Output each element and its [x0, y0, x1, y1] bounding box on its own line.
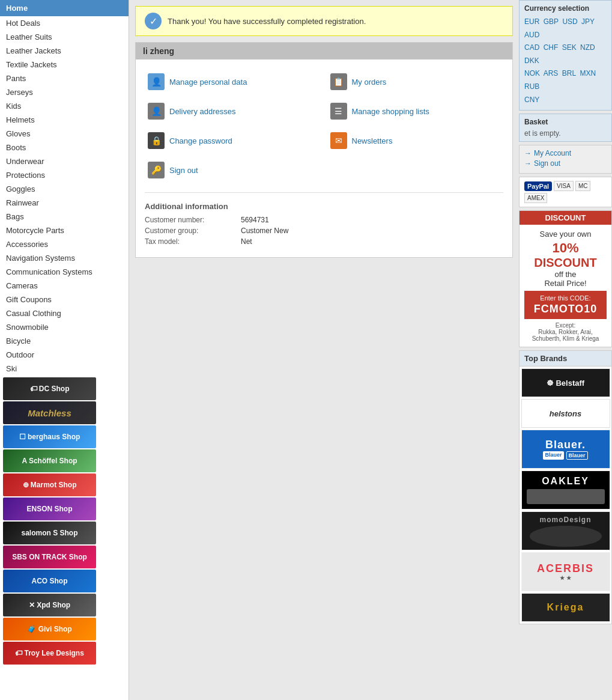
sidebar-item-pants[interactable]: Pants	[0, 72, 129, 85]
sidebar-item-snowmobile[interactable]: Snowmobile	[0, 320, 129, 334]
brand-banner-xpd[interactable]: ✕ Xpd Shop	[3, 594, 96, 616]
currency-eur[interactable]: EUR	[524, 17, 539, 26]
address-icon: 👤	[148, 103, 165, 120]
sidebar-item-helmets[interactable]: Helmets	[0, 113, 129, 127]
currency-sek[interactable]: SEK	[562, 43, 577, 52]
currency-nzd[interactable]: NZD	[580, 43, 595, 52]
sidebar-item-underwear[interactable]: Underwear	[0, 154, 129, 168]
delivery-addresses-link[interactable]: 👤 Delivery addresses	[145, 98, 321, 124]
discount-enter-text: Enter this CODE:	[528, 294, 603, 302]
newsletters-link[interactable]: ✉ Newsletters	[327, 127, 504, 154]
sidebar-item-casual-clothing[interactable]: Casual Clothing	[0, 306, 129, 320]
brand-banner-berghaus[interactable]: ☐ berghaus Shop	[3, 425, 96, 448]
change-password-label: Change password	[169, 136, 232, 145]
my-account-link[interactable]: → My Account	[524, 149, 607, 157]
sidebar-item-leather-jackets[interactable]: Leather Jackets	[0, 44, 129, 58]
arrow-icon-2: →	[524, 159, 532, 168]
currency-aud[interactable]: AUD	[524, 31, 539, 39]
currency-cad[interactable]: CAD	[524, 43, 539, 52]
currency-gbp[interactable]: GBP	[544, 17, 559, 26]
currency-dkk[interactable]: DKK	[524, 56, 539, 65]
customer-group-row: Customer group: Customer New	[145, 227, 503, 235]
basket-section: Basket et is empty.	[519, 114, 612, 142]
brand-banner-enson[interactable]: ENSON Shop	[3, 498, 96, 520]
sidebar-item-bicycle[interactable]: Bicycle	[0, 334, 129, 348]
brand-belstaff[interactable]: ☸ Belstaff	[521, 368, 610, 397]
left-sidebar: Home Hot DealsLeather SuitsLeather Jacke…	[0, 0, 129, 700]
customer-group-value: Customer New	[241, 227, 288, 235]
sidebar-item-kids[interactable]: Kids	[0, 99, 129, 113]
sidebar-item-hot-deals[interactable]: Hot Deals	[0, 16, 129, 30]
discount-section: DISCOUNT Save your own 10% DISCOUNT off …	[519, 210, 612, 347]
sidebar-item-rainwear[interactable]: Rainwear	[0, 196, 129, 210]
brand-banner-matchless[interactable]: Matchless	[3, 401, 96, 424]
brand-banner-salomon[interactable]: salomon S Shop	[3, 522, 96, 544]
top-brands-section: Top Brands ☸ Belstaff helstons Blauer. B…	[519, 350, 612, 624]
manage-personal-data-link[interactable]: 👤 Manage personal data	[145, 68, 321, 95]
sidebar-nav: Hot DealsLeather SuitsLeather JacketsTex…	[0, 16, 129, 376]
brand-banner-sbs[interactable]: SBS ON TRACK Shop	[3, 546, 96, 568]
customer-number-row: Customer number: 5694731	[145, 216, 503, 224]
brand-banner-troyl[interactable]: 🏷 Troy Lee Designs	[3, 642, 96, 665]
discount-save-text: Save your own	[524, 230, 607, 239]
sidebar-item-home[interactable]: Home	[0, 0, 129, 16]
currency-jpy[interactable]: JPY	[581, 17, 595, 26]
sidebar-item-textile-jackets[interactable]: Textile Jackets	[0, 58, 129, 72]
mail-icon: ✉	[330, 132, 347, 149]
sidebar-item-jerseys[interactable]: Jerseys	[0, 85, 129, 99]
shopping-lists-link[interactable]: ☰ Manage shopping lists	[327, 98, 504, 124]
brand-acerbis[interactable]: ACERBIS ★ ★	[521, 552, 610, 591]
sidebar-item-bags[interactable]: Bags	[0, 210, 129, 224]
customer-number-value: 5694731	[241, 216, 269, 224]
check-icon: ✓	[145, 13, 162, 29]
brand-banner-givi[interactable]: 🧳 Givi Shop	[3, 618, 96, 641]
lock-icon: 🔒	[148, 132, 165, 149]
brand-banner-aco[interactable]: ACO Shop	[3, 570, 96, 592]
brand-momo[interactable]: momoDesign	[521, 511, 610, 550]
sidebar-item-communication-systems[interactable]: Communication Systems	[0, 265, 129, 279]
sidebar-item-goggles[interactable]: Goggles	[0, 182, 129, 196]
currency-brl[interactable]: BRL	[562, 69, 576, 78]
list-icon: ☰	[330, 103, 347, 120]
discount-retail-text: Retail Price!	[524, 279, 607, 288]
sign-out-label: Sign out	[169, 166, 198, 175]
sidebar-item-protections[interactable]: Protections	[0, 168, 129, 182]
currency-usd[interactable]: USD	[562, 17, 577, 26]
brand-banner-marmot[interactable]: ⊕ Marmot Shop	[3, 473, 96, 496]
arrow-icon: →	[524, 149, 532, 157]
brand-banner-dc[interactable]: 🏷 DC Shop	[3, 377, 96, 400]
sidebar-item-cameras[interactable]: Cameras	[0, 279, 129, 293]
brand-blauer[interactable]: Blauer. Blauer Blauer	[521, 430, 610, 469]
sidebar-item-boots[interactable]: Boots	[0, 141, 129, 154]
currency-rub[interactable]: RUB	[524, 82, 539, 91]
username: li zheng	[143, 46, 174, 56]
sidebar-item-accessories[interactable]: Accessories	[0, 237, 129, 251]
currency-chf[interactable]: CHF	[544, 43, 559, 52]
brand-helstons[interactable]: helstons	[521, 399, 610, 428]
sidebar-item-motorcycle-parts[interactable]: Motorcycle Parts	[0, 224, 129, 237]
sidebar-item-leather-suits[interactable]: Leather Suits	[0, 30, 129, 44]
discount-off-text: off the	[524, 270, 607, 279]
user-section: li zheng 👤 Manage personal data 📋 My ord…	[135, 42, 513, 258]
currency-cny[interactable]: CNY	[524, 96, 539, 104]
brand-banner-schoffel[interactable]: A Schöffel Shop	[3, 449, 96, 472]
sidebar-item-gloves[interactable]: Gloves	[0, 127, 129, 141]
sign-out-link[interactable]: 🔑 Sign out	[145, 157, 321, 183]
tax-model-row: Tax model: Net	[145, 237, 503, 246]
currency-nok[interactable]: NOK	[524, 69, 540, 78]
right-sign-out-link[interactable]: → Sign out	[524, 159, 607, 168]
brand-oakley[interactable]: OAKLEY	[521, 470, 610, 510]
currency-ars[interactable]: ARS	[544, 69, 559, 78]
currency-mxn[interactable]: MXN	[580, 69, 596, 78]
discount-percent: 10%	[524, 240, 607, 256]
customer-group-label: Customer group:	[145, 227, 241, 235]
sidebar-item-outdoor[interactable]: Outdoor	[0, 348, 129, 362]
user-header: li zheng	[136, 43, 512, 59]
my-orders-link[interactable]: 📋 My orders	[327, 68, 504, 95]
sidebar-item-navigation-systems[interactable]: Navigation Systems	[0, 251, 129, 265]
change-password-link[interactable]: 🔒 Change password	[145, 127, 321, 154]
sidebar-item-ski[interactable]: Ski	[0, 362, 129, 376]
sidebar-item-gift-coupons[interactable]: Gift Coupons	[0, 293, 129, 306]
top-brands-title: Top Brands	[520, 351, 611, 367]
brand-kriega[interactable]: Kriega	[521, 593, 610, 622]
